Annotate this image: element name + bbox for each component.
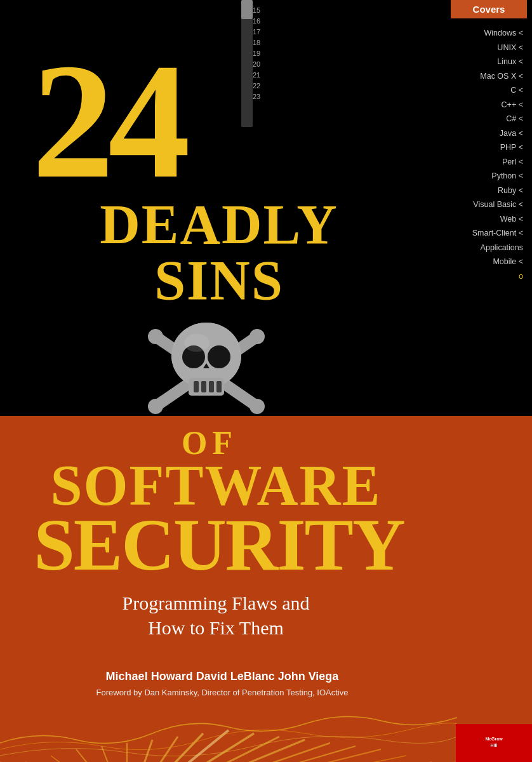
chapter-num-21: 21 [253, 70, 260, 81]
svg-line-31 [127, 733, 203, 762]
svg-line-25 [51, 756, 127, 762]
svg-rect-19 [216, 381, 222, 392]
scrollbar-track[interactable] [241, 0, 253, 127]
sidebar-ruby: Ruby < [456, 184, 527, 198]
sidebar-python: Python < [456, 169, 527, 184]
svg-rect-16 [194, 381, 199, 392]
scrollbar-thumb[interactable] [241, 0, 253, 19]
title-security: SECURITY [0, 508, 441, 582]
svg-line-39 [127, 756, 406, 762]
sidebar-smartclient: Smart-Client <Applications [456, 226, 527, 255]
svg-point-12 [148, 329, 163, 344]
publisher-logo: McGraw Hill [469, 730, 519, 756]
authors: Michael Howard David LeBlanc John Viega [0, 670, 444, 683]
svg-point-21 [208, 345, 230, 368]
svg-line-29 [127, 740, 152, 762]
sidebar-mobile: Mobile <o [456, 255, 527, 283]
svg-text:McGraw: McGraw [485, 737, 503, 741]
sidebar-csharp: C# < [456, 112, 527, 126]
chapter-num-18: 18 [253, 37, 260, 48]
chapter-num-22: 22 [253, 81, 260, 91]
svg-point-22 [184, 334, 209, 352]
chapter-num-16: 16 [253, 16, 260, 27]
sidebar-linux: Linux < [456, 55, 527, 69]
svg-line-27 [102, 746, 127, 762]
svg-line-36 [127, 743, 330, 762]
book-cover: 15 16 17 18 19 20 21 22 23 24 DEADLY SIN… [0, 0, 532, 762]
skull-icon [136, 318, 276, 419]
sidebar-c: C < [456, 83, 527, 98]
sidebar-cpp: C++ < [456, 98, 527, 112]
subtitle-line1: Programming Flaws and [123, 592, 310, 613]
top-section: 15 16 17 18 19 20 21 22 23 24 DEADLY SIN… [0, 0, 532, 432]
foreword: Foreword by Dan Kaminsky, Director of Pe… [0, 688, 444, 697]
right-sidebar: Covers Windows < UNIX < Linux < Mac OS X… [456, 0, 532, 432]
title-deadly: DEADLY [35, 197, 403, 253]
svg-text:Hill: Hill [491, 743, 498, 747]
sidebar-unix: UNIX < [456, 41, 527, 55]
sidebar-windows: Windows < [456, 26, 527, 41]
svg-point-13 [249, 329, 265, 344]
publisher-badge: McGraw Hill [456, 724, 532, 762]
chapter-num-23: 23 [253, 91, 260, 102]
svg-point-10 [148, 399, 163, 414]
sidebar-visualbasic: Visual Basic < [456, 197, 527, 212]
subtitle-line2: How to Fix Them [148, 617, 284, 638]
chapter-num-17: 17 [253, 27, 260, 37]
chapter-num-19: 19 [253, 48, 260, 59]
title-sins: SINS [35, 253, 403, 309]
svg-line-35 [127, 740, 305, 762]
sidebar-php: PHP < [456, 140, 527, 155]
chapter-numbers: 15 16 17 18 19 20 21 22 23 [253, 5, 260, 102]
sidebar-perl: Perl < [456, 155, 527, 170]
svg-rect-17 [201, 381, 206, 392]
sidebar-web: Web < [456, 212, 527, 227]
svg-rect-18 [209, 381, 214, 392]
title-deadly-sins: DEADLY SINS [35, 197, 403, 309]
sidebar-macosx: Mac OS X < [456, 69, 527, 84]
title-number: 24 [32, 38, 184, 203]
covers-badge: Covers [451, 0, 527, 18]
sidebar-java: Java < [456, 126, 527, 141]
skull-image [108, 311, 305, 425]
wave-decoration [0, 686, 457, 762]
subtitle: Programming Flaws and How to Fix Them [0, 591, 432, 640]
chapter-num-15: 15 [253, 5, 260, 16]
svg-point-11 [249, 399, 265, 414]
chapter-num-20: 20 [253, 59, 260, 70]
sidebar-mobile-apps: o [519, 272, 523, 281]
